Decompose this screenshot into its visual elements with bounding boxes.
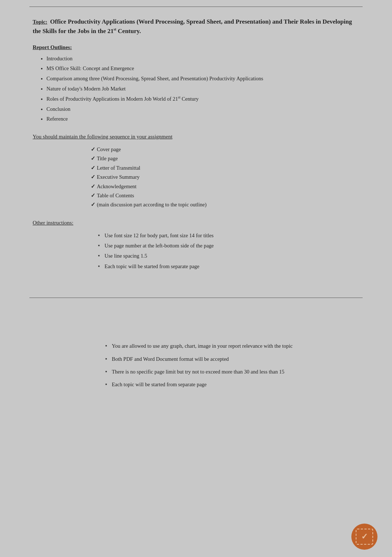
list-item: Letter of Transmittal [91,164,359,173]
list-item: Each topic will be started from separate… [105,380,327,389]
page2-instructions-list: You are allowed to use any graph, chart,… [33,320,359,408]
other-instructions-list: Use font size 12 for body part, font siz… [33,231,359,271]
list-item: Title page [91,154,359,163]
topic-label: Topic: [33,19,47,25]
list-item: Table of Contents [91,191,359,200]
orange-circle-icon: ✓ [351,524,377,550]
list-item: Use page number at the left-bottom side … [98,241,359,250]
list-item: Roles of Productivity Applications in Mo… [46,94,359,103]
sequence-label: You should maintain the following sequen… [33,134,359,140]
report-outlines-list: Introduction MS Office Skill: Concept an… [33,54,359,124]
page-wrapper: Topic: Office Productivity Applications … [0,0,392,557]
list-item: Use font size 12 for body part, font siz… [98,231,359,240]
sequence-list: Cover page Title page Letter of Transmit… [33,145,359,210]
list-item: You are allowed to use any graph, chart,… [105,342,327,351]
list-item: Cover page [91,145,359,154]
list-item: MS Office Skill: Concept and Emergence [46,64,359,73]
list-item: There is no specific page limit but try … [105,367,327,376]
list-item: Nature of today's Modern Job Market [46,84,359,93]
list-item: Both PDF and Word Document format will b… [105,355,327,364]
list-item: (main discussion part according to the t… [91,200,359,209]
topic-block: Topic: Office Productivity Applications … [33,17,359,36]
report-outlines-label: Report Outlines: [33,44,359,51]
dashed-box-icon: ✓ [356,529,373,545]
list-item: Introduction [46,54,359,63]
sequence-section: You should maintain the following sequen… [33,134,359,210]
list-item: Reference [46,114,359,124]
topic-title: Office Productivity Applications (Word P… [33,18,352,35]
list-item: Executive Summary [91,173,359,182]
report-outlines-section: Report Outlines: Introduction MS Office … [33,44,359,124]
list-item: Each topic will be started from separate… [98,262,359,271]
page-two: You are allowed to use any graph, chart,… [0,298,392,557]
list-item: Comparison among three (Word Processing,… [46,74,359,83]
checkmark-icon: ✓ [361,532,368,541]
list-item: Use line spacing 1.5 [98,251,359,261]
other-instructions-label: Other instructions: [33,220,359,226]
other-instructions-section: Other instructions: Use font size 12 for… [33,220,359,271]
page-one: Topic: Office Productivity Applications … [0,7,392,287]
list-item: Conclusion [46,105,359,114]
list-item: Acknowledgement [91,182,359,191]
